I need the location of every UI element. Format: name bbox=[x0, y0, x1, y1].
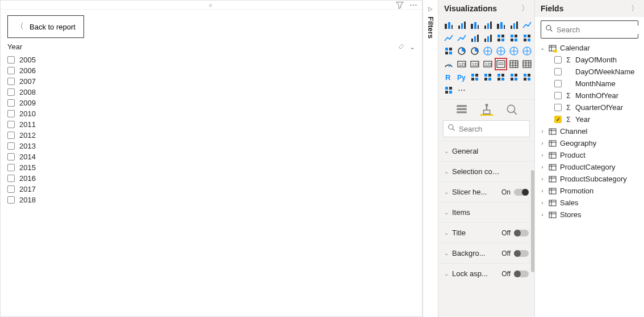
viz-treemap-icon[interactable] bbox=[482, 45, 494, 57]
viz-paginated-report-icon[interactable] bbox=[508, 71, 520, 83]
viz-line-clustered-column-icon[interactable] bbox=[482, 32, 494, 44]
tab-analytics[interactable] bbox=[505, 103, 518, 116]
expand-icon[interactable]: ▷ bbox=[428, 6, 433, 12]
switch[interactable] bbox=[514, 230, 529, 236]
switch[interactable] bbox=[514, 189, 529, 196]
format-section[interactable]: ⌄Backgro...Off bbox=[438, 243, 534, 263]
table-node-geography[interactable]: ›Geography bbox=[538, 137, 641, 149]
year-row[interactable]: 2011 bbox=[7, 119, 415, 130]
viz-clustered-bar-chart-icon[interactable] bbox=[469, 19, 480, 31]
table-node-promotion[interactable]: ›Promotion bbox=[538, 185, 641, 197]
toggle[interactable]: Off bbox=[501, 270, 529, 278]
drag-handle-icon[interactable]: ≡ bbox=[209, 2, 214, 9]
format-search-input[interactable] bbox=[459, 125, 554, 133]
year-row[interactable]: 2016 bbox=[7, 173, 415, 184]
eraser-icon[interactable] bbox=[398, 43, 405, 51]
table-node-calendar[interactable]: ⌄Calendar bbox=[538, 42, 641, 54]
viz-kpi-icon[interactable]: 123 bbox=[482, 58, 494, 70]
format-section[interactable]: ⌄TitleOff bbox=[438, 222, 534, 243]
year-checkbox[interactable] bbox=[7, 196, 15, 204]
year-row[interactable]: 2007 bbox=[7, 76, 415, 87]
year-row[interactable]: 2010 bbox=[7, 108, 415, 119]
field-checkbox[interactable] bbox=[554, 116, 562, 123]
year-checkbox[interactable] bbox=[7, 78, 15, 85]
year-row[interactable]: 2009 bbox=[7, 98, 415, 108]
year-checkbox[interactable] bbox=[7, 121, 15, 128]
viz-python-visual-icon[interactable]: Py bbox=[456, 71, 467, 83]
year-row[interactable]: 2015 bbox=[7, 162, 415, 173]
switch[interactable] bbox=[514, 270, 529, 277]
viz-clustered-column-chart-icon[interactable] bbox=[482, 19, 494, 31]
toggle[interactable]: Off bbox=[501, 250, 529, 257]
field-checkbox[interactable] bbox=[554, 104, 562, 111]
field-quarterofyear[interactable]: ΣQuarterOfYear bbox=[538, 102, 641, 113]
year-checkbox[interactable] bbox=[7, 88, 15, 96]
viz-decomposition-tree-icon[interactable] bbox=[482, 71, 494, 83]
viz-table-icon[interactable] bbox=[508, 58, 520, 70]
viz-r-visual-icon[interactable]: R bbox=[443, 71, 454, 83]
viz-area-chart-icon[interactable] bbox=[443, 32, 454, 44]
viz-waterfall-chart-icon[interactable] bbox=[508, 32, 520, 44]
field-checkbox[interactable] bbox=[554, 92, 562, 99]
field-dayofmonth[interactable]: ΣDayOfMonth bbox=[538, 54, 641, 66]
year-row[interactable]: 2008 bbox=[7, 87, 415, 98]
year-row[interactable]: 2017 bbox=[7, 184, 415, 195]
year-checkbox[interactable] bbox=[7, 175, 15, 182]
year-row[interactable]: 2006 bbox=[7, 65, 415, 76]
viz-qa-visual-icon[interactable] bbox=[495, 71, 507, 83]
viz-multi-row-card-icon[interactable]: 123 bbox=[469, 58, 480, 70]
field-monthofyear[interactable]: ΣMonthOfYear bbox=[538, 90, 641, 102]
toggle[interactable]: Off bbox=[501, 229, 529, 237]
viz-filled-map-icon[interactable] bbox=[508, 45, 520, 57]
format-search[interactable] bbox=[443, 120, 530, 137]
viz-more-icon[interactable]: ··· bbox=[456, 84, 467, 96]
visual-filter-icon[interactable] bbox=[396, 1, 404, 9]
year-checkbox[interactable] bbox=[7, 99, 15, 107]
year-row[interactable]: 2005 bbox=[7, 54, 415, 65]
format-section[interactable]: ⌄Items bbox=[438, 202, 534, 222]
year-row[interactable]: 2012 bbox=[7, 130, 415, 141]
viz-slicer-icon[interactable] bbox=[495, 58, 507, 70]
viz-power-apps-icon[interactable] bbox=[521, 71, 533, 83]
table-node-product[interactable]: ›Product bbox=[538, 149, 641, 161]
viz-power-automate-icon[interactable] bbox=[443, 84, 454, 96]
table-node-sales[interactable]: ›Sales bbox=[538, 197, 641, 209]
viz-pie-chart-icon[interactable] bbox=[456, 45, 467, 57]
year-checkbox[interactable] bbox=[7, 153, 15, 160]
chevron-right-icon[interactable]: 〉 bbox=[631, 3, 638, 14]
viz-hundred-stacked-column-icon[interactable] bbox=[508, 19, 520, 31]
year-checkbox[interactable] bbox=[7, 142, 15, 150]
viz-line-stacked-column-icon[interactable] bbox=[469, 32, 480, 44]
year-checkbox[interactable] bbox=[7, 110, 15, 117]
scrollbar-thumb[interactable] bbox=[531, 170, 534, 272]
back-to-report-button[interactable]: 〈 Back to report bbox=[7, 15, 84, 38]
field-checkbox[interactable] bbox=[554, 56, 562, 64]
viz-hundred-stacked-bar-icon[interactable] bbox=[495, 19, 507, 31]
year-checkbox[interactable] bbox=[7, 132, 15, 139]
chevron-right-icon[interactable]: 〉 bbox=[521, 3, 529, 14]
year-row[interactable]: 2018 bbox=[7, 195, 415, 205]
toggle[interactable]: On bbox=[501, 188, 529, 196]
year-checkbox[interactable] bbox=[7, 56, 15, 64]
viz-stacked-bar-chart-icon[interactable] bbox=[443, 19, 454, 31]
viz-scatter-chart-icon[interactable] bbox=[521, 32, 533, 44]
field-year[interactable]: ΣYear bbox=[538, 113, 641, 125]
field-checkbox[interactable] bbox=[554, 80, 562, 87]
slicer-visual[interactable]: Year ⌄ 200520062007200820092010201120122… bbox=[1, 38, 422, 212]
viz-shape-map-icon[interactable] bbox=[521, 45, 533, 57]
tab-format[interactable] bbox=[480, 103, 493, 116]
viz-stacked-column-chart-icon[interactable] bbox=[456, 19, 467, 31]
viz-gauge-icon[interactable] bbox=[443, 58, 454, 70]
viz-map-icon[interactable] bbox=[495, 45, 507, 57]
year-checkbox[interactable] bbox=[7, 67, 15, 74]
format-section[interactable]: ⌄Slicer he...On bbox=[438, 181, 534, 202]
format-section[interactable]: ⌄Lock asp...Off bbox=[438, 263, 534, 284]
field-monthname[interactable]: MonthName bbox=[538, 78, 641, 90]
fields-search[interactable] bbox=[541, 20, 638, 39]
year-row[interactable]: 2013 bbox=[7, 141, 415, 151]
viz-ribbon-chart-icon[interactable] bbox=[495, 32, 507, 44]
field-checkbox[interactable] bbox=[554, 68, 562, 75]
year-checkbox[interactable] bbox=[7, 185, 15, 193]
visual-more-icon[interactable]: ··· bbox=[409, 1, 417, 9]
viz-stacked-area-chart-icon[interactable] bbox=[456, 32, 467, 44]
